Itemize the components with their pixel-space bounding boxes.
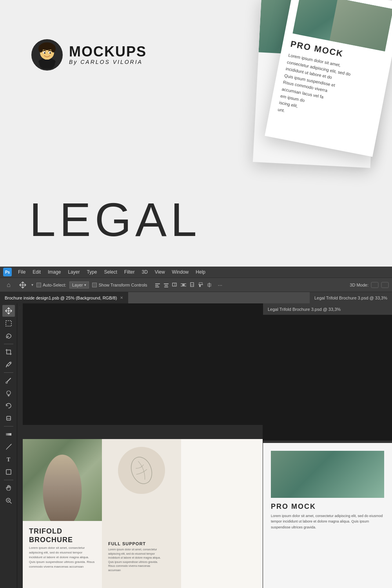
svg-rect-18	[172, 283, 176, 286]
align-left-icon[interactable]	[154, 281, 162, 289]
close-tab-icon[interactable]: ✕	[120, 296, 123, 300]
brochure-right-panel	[181, 439, 263, 588]
active-tab-label: Brochure inside design1.psb @ 25% (Backg…	[5, 296, 117, 300]
right-canvas-dark	[263, 315, 392, 441]
menu-window[interactable]: Window	[169, 269, 192, 276]
tool-select-rectangle[interactable]	[2, 318, 15, 329]
svg-rect-14	[155, 287, 159, 287]
tool-separator-3	[4, 426, 13, 426]
svg-point-10	[44, 52, 45, 54]
right-mock-body-text: Lorem ipsum dolor sit amet, consectetur …	[271, 513, 384, 530]
svg-rect-16	[165, 285, 168, 286]
right-mockup-preview: PRO MOCK Lorem ipsum dolor sit amet, con…	[263, 443, 392, 588]
align-top-icon[interactable]	[188, 281, 196, 289]
menu-type[interactable]: Type	[83, 269, 100, 276]
menu-layer[interactable]: Layer	[65, 269, 83, 276]
tool-text[interactable]: T	[2, 454, 15, 465]
align-vertical-icon[interactable]	[205, 281, 213, 289]
tool-gradient[interactable]	[2, 428, 15, 440]
move-tool-icon[interactable]	[17, 280, 28, 290]
panel-dots: ··	[18, 307, 22, 310]
tool-separator-4	[4, 480, 13, 480]
svg-line-42	[10, 502, 11, 503]
menu-image[interactable]: Image	[45, 269, 64, 276]
svg-rect-40	[6, 470, 11, 474]
move-tool-dropdown-arrow: ▾	[31, 283, 33, 287]
tool-hand[interactable]	[2, 482, 15, 494]
brochure-preview: TRIFOLDBROCHURE Lorem ipsum dolor sit am…	[23, 439, 263, 588]
mockup-preview-papers: PRO MOCK Lorem ipsum dolor sit amet, con…	[218, 0, 392, 264]
svg-rect-38	[6, 433, 11, 436]
tool-crop[interactable]	[2, 346, 15, 358]
brochure-circle-decoration	[118, 447, 165, 494]
ps-workspace: T ··	[0, 303, 392, 588]
menu-filter[interactable]: Filter	[121, 269, 138, 276]
active-document-tab[interactable]: Brochure inside design1.psb @ 25% (Backg…	[0, 292, 128, 303]
tool-clone-stamp[interactable]	[2, 387, 15, 399]
layer-dropdown[interactable]: Layer	[69, 281, 89, 289]
logo-avatar	[31, 39, 63, 71]
svg-point-35	[7, 391, 11, 395]
pro-mock-body-text: Lorem ipsum dolor sit amet, consectetur …	[277, 52, 381, 131]
tool-zoom[interactable]	[2, 495, 15, 506]
full-support-title: FULL SUPPORT	[108, 541, 163, 546]
legal-hero-text: LEGAL	[29, 196, 201, 243]
logo-area: MOCKUPS By CARLOS VILORIA	[31, 39, 147, 71]
menu-3d[interactable]: 3D	[138, 269, 151, 276]
right-tab-label: Legal Trifold Brochure 3.psd @ 33,3%	[268, 307, 341, 312]
right-canvas[interactable]: PRO MOCK Lorem ipsum dolor sit amet, con…	[263, 315, 392, 588]
tool-separator-1	[4, 344, 13, 344]
distribute-icon[interactable]	[180, 281, 187, 289]
align-right-icon[interactable]	[171, 281, 179, 289]
menu-edit[interactable]: Edit	[29, 269, 44, 276]
tool-pen[interactable]	[2, 441, 15, 453]
brochure-yoga-figure	[34, 447, 90, 521]
svg-rect-26	[199, 285, 201, 287]
svg-rect-32	[6, 321, 11, 326]
tool-history-brush[interactable]	[2, 400, 15, 412]
home-icon[interactable]: ⌂	[3, 279, 14, 290]
leaf-icon	[126, 455, 157, 486]
auto-select-checkbox[interactable]	[36, 283, 41, 287]
logo-text: MOCKUPS By CARLOS VILORIA	[69, 45, 147, 65]
svg-text:T: T	[7, 457, 11, 463]
logo-subtitle: By CARLOS VILORIA	[69, 59, 147, 65]
svg-point-45	[127, 455, 155, 486]
ps-menu-bar: Ps File Edit Image Layer Type Select Fil…	[0, 267, 392, 278]
brochure-trifold-text: Lorem ipsum dolor sit amet, consectetur …	[23, 546, 102, 569]
brochure-trifold-title: TRIFOLDBROCHURE	[23, 521, 102, 546]
show-transform-control: Show Transform Controls	[92, 283, 147, 287]
tool-eraser[interactable]	[2, 412, 15, 424]
tool-separator-2	[4, 372, 13, 373]
more-options-icon[interactable]: ···	[216, 282, 224, 288]
ps-canvas-area[interactable]: ·· TRIFOLDBROCHURE Lorem ipsum dolor sit…	[17, 303, 263, 588]
svg-rect-12	[155, 283, 160, 284]
tool-eyedropper[interactable]	[2, 359, 15, 370]
inactive-document-tab[interactable]: Legal Trifold Brochure 3.psd @ 33,3%	[310, 292, 392, 303]
tool-brush[interactable]	[2, 375, 15, 387]
tool-shape[interactable]	[2, 466, 15, 478]
brochure-middle-panel: FULL SUPPORT Lorem ipsum dolor sit amet,…	[102, 439, 181, 588]
full-support-text: Lorem ipsum dolor sit amet, consectetur …	[108, 548, 163, 572]
show-transform-checkbox[interactable]	[92, 283, 97, 287]
ps-options-bar: ⌂ ▾ Auto-Select: Layer Show Transform Co…	[0, 278, 392, 292]
right-panel-tab: Legal Trifold Brochure 3.psd @ 33,3%	[263, 303, 392, 315]
menu-select[interactable]: Select	[101, 269, 120, 276]
menu-help[interactable]: Help	[192, 269, 209, 276]
ps-app-icon: Ps	[3, 268, 12, 276]
menu-file[interactable]: File	[15, 269, 29, 276]
tool-move[interactable]	[2, 305, 15, 317]
align-bottom-icon[interactable]	[197, 281, 205, 289]
right-mockup-image	[271, 451, 384, 498]
svg-rect-17	[164, 287, 168, 287]
svg-point-34	[6, 382, 7, 383]
auto-select-control: Auto-Select:	[36, 283, 66, 287]
panel-collapse-indicator[interactable]: ··	[17, 303, 22, 588]
canvas-brochure-content: TRIFOLDBROCHURE Lorem ipsum dolor sit am…	[23, 439, 263, 588]
3d-mode-control: 3D Mode:	[350, 282, 389, 288]
3d-mode-label: 3D Mode:	[350, 283, 368, 287]
menu-view[interactable]: View	[152, 269, 168, 276]
align-center-icon[interactable]	[162, 281, 170, 289]
ps-tab-bar: Brochure inside design1.psb @ 25% (Backg…	[0, 292, 392, 303]
tool-lasso[interactable]	[2, 330, 15, 342]
